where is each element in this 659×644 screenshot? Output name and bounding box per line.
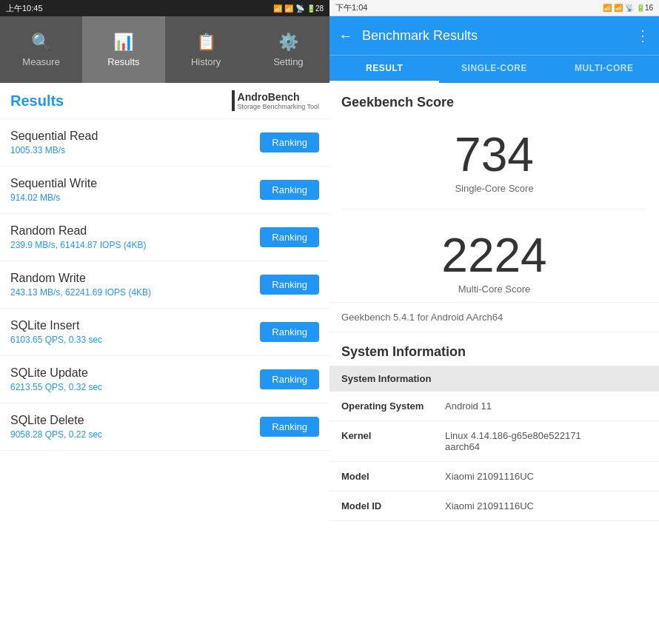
bench-name-sqlite-delete: SQLite Delete <box>10 414 102 427</box>
tab-history[interactable]: 📋 History <box>165 16 247 83</box>
results-icon: 📊 <box>113 33 133 52</box>
bench-item-sqlite-delete: SQLite Delete 9058.28 QPS, 0.22 sec Rank… <box>0 403 330 451</box>
history-icon: 📋 <box>196 33 216 52</box>
ranking-btn-rand-write[interactable]: Ranking <box>260 275 319 295</box>
tab-measure-label: Measure <box>22 56 60 67</box>
ranking-btn-sqlite-update[interactable]: Ranking <box>260 369 319 389</box>
ranking-btn-rand-read[interactable]: Ranking <box>260 227 319 247</box>
sys-info-row-model-id: Model ID Xiaomi 21091116UC <box>330 492 659 521</box>
status-bar-right: 下午1:04 📶 📶 📡 🔋16 <box>330 0 659 16</box>
sys-info-key-model-id: Model ID <box>341 500 438 511</box>
sys-info-key-kernel: Kernel <box>341 430 438 441</box>
sys-info-row-os: Operating System Android 11 <box>330 392 659 421</box>
time-right: 下午1:04 <box>335 2 367 13</box>
logo-text: AndroBench Storage Benchmarking Tool <box>238 91 319 110</box>
setting-icon: ⚙️ <box>278 33 298 52</box>
logo-bar-icon <box>232 90 235 111</box>
bench-item-seq-read: Sequential Read 1005.33 MB/s Ranking <box>0 119 330 167</box>
multi-core-label: Multi-Core Score <box>458 284 531 295</box>
measure-icon: 🔍 <box>31 33 51 52</box>
bench-item-seq-write: Sequential Write 914.02 MB/s Ranking <box>0 167 330 214</box>
bench-item-rand-write: Random Write 243.13 MB/s, 62241.69 IOPS … <box>0 261 330 309</box>
bench-name-rand-write: Random Write <box>10 272 151 285</box>
sys-info-row-kernel: Kernel Linux 4.14.186-g65e80e522171 aarc… <box>330 421 659 462</box>
multi-core-score-block: 2224 Multi-Core Score <box>330 217 659 302</box>
bench-name-seq-read: Sequential Read <box>10 130 98 143</box>
single-core-score: 734 <box>455 131 534 178</box>
results-title: Results <box>10 93 64 110</box>
status-icons-left: 📶 📶 📡 🔋28 <box>273 4 324 13</box>
tab-setting-label: Setting <box>273 56 303 67</box>
ranking-btn-sqlite-delete[interactable]: Ranking <box>260 417 319 437</box>
tab-results-label: Results <box>107 56 139 67</box>
sys-info-header: System Information <box>330 366 659 392</box>
tab-results[interactable]: 📊 Results <box>82 16 164 83</box>
tab-single-core[interactable]: SINGLE-CORE <box>439 56 549 83</box>
tab-history-label: History <box>191 56 221 67</box>
bench-value-sqlite-update: 6213.55 QPS, 0.32 sec <box>10 382 102 392</box>
bench-name-seq-write: Sequential Write <box>10 177 97 190</box>
left-panel: 上午10:45 📶 📶 📡 🔋28 🔍 Measure 📊 Results 📋 … <box>0 0 330 644</box>
tab-multi-core[interactable]: MULTI-CORE <box>549 56 659 83</box>
single-core-score-block: 734 Single-Core Score <box>330 116 659 201</box>
right-content: Geekbench Score 734 Single-Core Score 22… <box>330 83 659 644</box>
single-core-label: Single-Core Score <box>455 183 533 194</box>
bench-value-sqlite-insert: 6103.65 QPS, 0.33 sec <box>10 335 102 345</box>
ranking-btn-seq-write[interactable]: Ranking <box>260 180 319 200</box>
sys-info-val-model-id: Xiaomi 21091116UC <box>445 500 647 511</box>
bench-value-sqlite-delete: 9058.28 QPS, 0.22 sec <box>10 429 102 440</box>
bench-name-sqlite-update: SQLite Update <box>10 366 102 380</box>
sys-info-val-kernel: Linux 4.14.186-g65e80e522171 aarch64 <box>445 430 647 452</box>
time-left: 上午10:45 <box>6 3 43 14</box>
geekbench-version: Geekbench 5.4.1 for Android AArch64 <box>330 302 659 332</box>
sys-info-key-os: Operating System <box>341 400 438 412</box>
bench-item-rand-read: Random Read 239.9 MB/s, 61414.87 IOPS (4… <box>0 214 330 261</box>
sys-info-title: System Information <box>330 332 659 366</box>
sys-info-row-model: Model Xiaomi 21091116UC <box>330 462 659 492</box>
bench-value-rand-read: 239.9 MB/s, 61414.87 IOPS (4KB) <box>10 240 146 250</box>
status-bar-left: 上午10:45 📶 📶 📡 🔋28 <box>0 0 330 16</box>
content-header: Results AndroBench Storage Benchmarking … <box>0 83 330 119</box>
logo-sub-text: Storage Benchmarking Tool <box>238 103 319 110</box>
bench-item-sqlite-insert: SQLite Insert 6103.65 QPS, 0.33 sec Rank… <box>0 309 330 356</box>
back-button[interactable]: ← <box>338 27 353 44</box>
right-panel: 下午1:04 📶 📶 📡 🔋16 ← Benchmark Results ⋮ R… <box>330 0 659 644</box>
ranking-btn-sqlite-insert[interactable]: Ranking <box>260 322 319 342</box>
nav-tabs: 🔍 Measure 📊 Results 📋 History ⚙️ Setting <box>0 16 330 83</box>
logo-main-text: AndroBench <box>238 91 319 103</box>
tab-measure[interactable]: 🔍 Measure <box>0 16 82 83</box>
sys-info-val-os: Android 11 <box>445 400 647 412</box>
status-icons-right: 📶 📶 📡 🔋16 <box>603 4 653 12</box>
sys-info-val-model: Xiaomi 21091116UC <box>445 471 647 482</box>
ranking-btn-seq-read[interactable]: Ranking <box>260 133 319 152</box>
tab-bar: RESULT SINGLE-CORE MULTI-CORE <box>330 55 659 83</box>
tab-setting[interactable]: ⚙️ Setting <box>247 16 330 83</box>
bench-value-seq-read: 1005.33 MB/s <box>10 145 98 155</box>
bench-name-rand-read: Random Read <box>10 224 146 238</box>
sys-info-key-model: Model <box>341 471 438 482</box>
multi-core-score: 2224 <box>441 232 546 279</box>
bench-name-sqlite-insert: SQLite Insert <box>10 319 102 332</box>
bench-list: Sequential Read 1005.33 MB/s Ranking Seq… <box>0 119 330 644</box>
bench-value-rand-write: 243.13 MB/s, 62241.69 IOPS (4KB) <box>10 287 151 298</box>
bench-item-sqlite-update: SQLite Update 6213.55 QPS, 0.32 sec Rank… <box>0 356 330 403</box>
more-button[interactable]: ⋮ <box>635 27 650 44</box>
geekbench-section-title: Geekbench Score <box>330 83 659 116</box>
toolbar-title: Benchmark Results <box>362 28 626 44</box>
androbench-logo: AndroBench Storage Benchmarking Tool <box>232 90 319 111</box>
bench-value-seq-write: 914.02 MB/s <box>10 192 97 203</box>
toolbar: ← Benchmark Results ⋮ <box>330 16 659 55</box>
tab-result[interactable]: RESULT <box>330 56 439 83</box>
score-divider <box>341 209 647 209</box>
